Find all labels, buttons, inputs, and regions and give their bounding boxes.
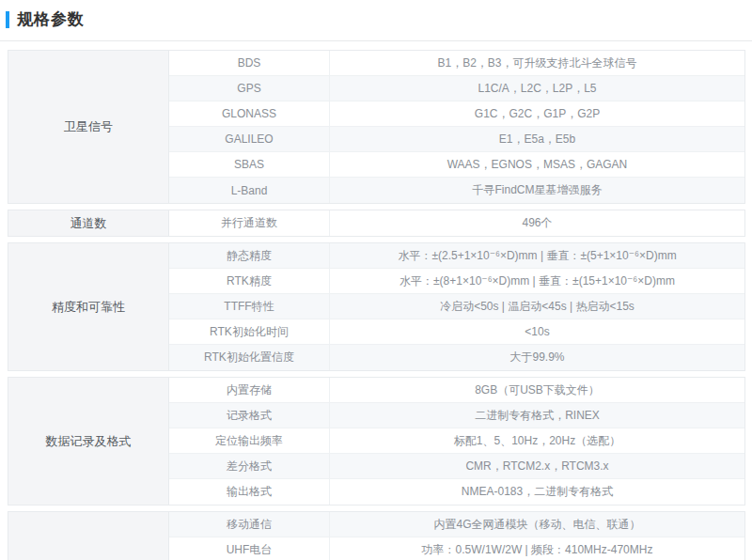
table-row: RTK初始化置信度大于99.9%	[169, 345, 744, 370]
param-cell: 移动通信	[169, 512, 330, 537]
param-cell: RTK初始化置信度	[169, 345, 330, 370]
page-title: 规格参数	[17, 8, 85, 30]
title-divider	[0, 40, 752, 41]
param-cell: 内置存储	[169, 378, 330, 402]
value-cell: 水平：±(8+1×10⁻⁶×D)mm | 垂直：±(15+1×10⁻⁶×D)mm	[330, 269, 744, 293]
param-cell: GALILEO	[169, 127, 330, 151]
spec-section: 数据记录及格式内置存储8GB（可USB下载文件）记录格式二进制专有格式，RINE…	[8, 377, 745, 506]
value-cell: 内置4G全网通模块（移动、电信、联通）	[330, 512, 744, 537]
value-cell: 冷启动<50s | 温启动<45s | 热启动<15s	[330, 294, 744, 319]
param-cell: 并行通道数	[169, 210, 330, 236]
table-row: BDSB1，B2，B3，可升级支持北斗全球信号	[169, 51, 744, 76]
value-cell: WAAS，EGNOS，MSAS，GAGAN	[330, 152, 744, 177]
table-row: GPSL1C/A，L2C，L2P，L5	[169, 76, 744, 101]
section-rows: BDSB1，B2，B3，可升级支持北斗全球信号GPSL1C/A，L2C，L2P，…	[169, 51, 744, 203]
param-cell: UHF电台	[169, 537, 330, 560]
table-row: 静态精度水平：±(2.5+1×10⁻⁶×D)mm | 垂直：±(5+1×10⁻⁶…	[169, 243, 744, 269]
value-cell: 千寻FindCM星基增强服务	[330, 178, 744, 203]
table-row: SBASWAAS，EGNOS，MSAS，GAGAN	[169, 152, 744, 178]
category-cell: 通道数	[8, 210, 169, 236]
value-cell: <10s	[330, 319, 744, 344]
table-row: TTFF特性冷启动<50s | 温启动<45s | 热启动<15s	[169, 294, 744, 319]
table-row: 差分格式CMR，RTCM2.x，RTCM3.x	[169, 454, 744, 479]
table-row: GALILEOE1，E5a，E5b	[169, 127, 744, 152]
section-header: 规格参数	[0, 0, 752, 30]
section-rows: 静态精度水平：±(2.5+1×10⁻⁶×D)mm | 垂直：±(5+1×10⁻⁶…	[169, 243, 744, 370]
table-row: 记录格式二进制专有格式，RINEX	[169, 403, 744, 428]
param-cell: 定位输出频率	[169, 428, 330, 453]
table-row: 并行通道数496个	[169, 210, 744, 236]
value-cell: L1C/A，L2C，L2P，L5	[330, 76, 744, 101]
param-cell: 记录格式	[169, 403, 330, 428]
value-cell: G1C，G2C，G1P，G2P	[330, 101, 744, 126]
spec-section: 移动通信内置4G全网通模块（移动、电信、联通）UHF电台功率：0.5W/1W/2…	[8, 511, 745, 560]
value-cell: E1，E5a，E5b	[330, 127, 744, 151]
section-rows: 并行通道数496个	[169, 210, 744, 236]
value-cell: 二进制专有格式，RINEX	[330, 403, 744, 428]
value-cell: CMR，RTCM2.x，RTCM3.x	[330, 454, 744, 478]
param-cell: TTFF特性	[169, 294, 330, 319]
category-cell: 数据记录及格式	[8, 378, 169, 505]
category-cell: 精度和可靠性	[8, 243, 169, 370]
param-cell: SBAS	[169, 152, 330, 177]
param-cell: GPS	[169, 76, 330, 101]
spec-section: 通道数并行通道数496个	[8, 210, 745, 237]
value-cell: 水平：±(2.5+1×10⁻⁶×D)mm | 垂直：±(5+1×10⁻⁶×D)m…	[330, 243, 744, 268]
title-accent-bar	[6, 11, 9, 28]
table-row: 内置存储8GB（可USB下载文件）	[169, 378, 744, 403]
param-cell: RTK精度	[169, 269, 330, 293]
table-row: L-Band千寻FindCM星基增强服务	[169, 178, 744, 203]
value-cell: 功率：0.5W/1W/2W | 频段：410MHz-470MHz	[330, 537, 744, 560]
table-row: RTK精度水平：±(8+1×10⁻⁶×D)mm | 垂直：±(15+1×10⁻⁶…	[169, 269, 744, 294]
value-cell: 8GB（可USB下载文件）	[330, 378, 744, 402]
table-row: RTK初始化时间<10s	[169, 319, 744, 345]
category-cell	[8, 512, 169, 560]
param-cell: 输出格式	[169, 479, 330, 505]
section-rows: 内置存储8GB（可USB下载文件）记录格式二进制专有格式，RINEX定位输出频率…	[169, 378, 744, 505]
table-row: 移动通信内置4G全网通模块（移动、电信、联通）	[169, 512, 744, 537]
param-cell: L-Band	[169, 178, 330, 203]
value-cell: 标配1、5、10Hz，20Hz（选配）	[330, 428, 744, 453]
param-cell: RTK初始化时间	[169, 319, 330, 344]
table-row: 输出格式NMEA-0183，二进制专有格式	[169, 479, 744, 505]
param-cell: BDS	[169, 51, 330, 75]
value-cell: 496个	[330, 210, 744, 236]
table-row: UHF电台功率：0.5W/1W/2W | 频段：410MHz-470MHz	[169, 537, 744, 560]
table-row: GLONASSG1C，G2C，G1P，G2P	[169, 101, 744, 127]
spec-section: 卫星信号BDSB1，B2，B3，可升级支持北斗全球信号GPSL1C/A，L2C，…	[8, 50, 745, 204]
param-cell: 差分格式	[169, 454, 330, 478]
section-rows: 移动通信内置4G全网通模块（移动、电信、联通）UHF电台功率：0.5W/1W/2…	[169, 512, 744, 560]
value-cell: 大于99.9%	[330, 345, 744, 370]
param-cell: GLONASS	[169, 101, 330, 126]
value-cell: B1，B2，B3，可升级支持北斗全球信号	[330, 51, 744, 75]
spec-table: 卫星信号BDSB1，B2，B3，可升级支持北斗全球信号GPSL1C/A，L2C，…	[8, 50, 745, 560]
value-cell: NMEA-0183，二进制专有格式	[330, 479, 744, 505]
param-cell: 静态精度	[169, 243, 330, 268]
category-cell: 卫星信号	[8, 51, 169, 203]
table-row: 定位输出频率标配1、5、10Hz，20Hz（选配）	[169, 428, 744, 454]
spec-section: 精度和可靠性静态精度水平：±(2.5+1×10⁻⁶×D)mm | 垂直：±(5+…	[8, 242, 745, 371]
